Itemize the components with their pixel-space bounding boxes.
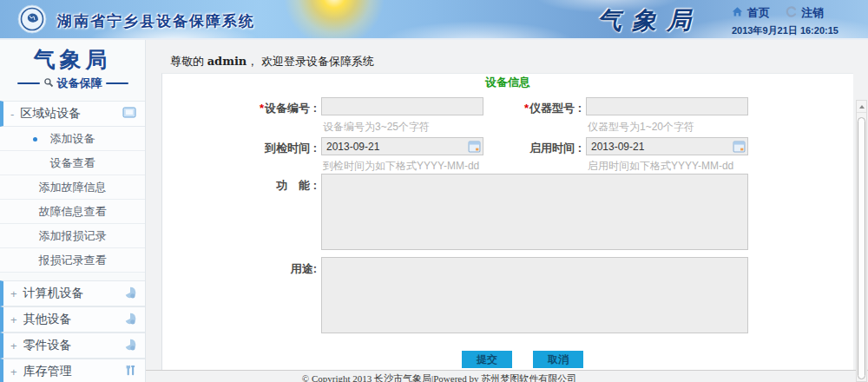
- enable-date-label: 启用时间 :: [469, 141, 582, 156]
- greeting: 尊敬的 admin， 欢迎登录设备保障系统: [170, 54, 374, 69]
- search-icon: [43, 77, 54, 90]
- logout-icon: [786, 6, 797, 20]
- pie-icon: [124, 313, 136, 327]
- cancel-button[interactable]: 取消: [533, 351, 583, 368]
- username: admin: [207, 55, 247, 68]
- vertical-scrollbar[interactable]: [856, 100, 867, 382]
- sidebar-item-add-device[interactable]: 添加设备: [0, 127, 145, 151]
- model-input[interactable]: [586, 97, 748, 115]
- home-icon: [732, 6, 743, 20]
- bureau-title: 气象局: [597, 4, 701, 37]
- sidebar-group-other[interactable]: + 其他设备: [0, 306, 145, 333]
- sidebar-item-add-fault[interactable]: 添加故障信息: [0, 175, 145, 200]
- sidebar-logo-title: 气象局: [0, 45, 145, 74]
- sidebar-group-computer[interactable]: + 计算机设备: [0, 280, 145, 306]
- sidebar-group-inventory[interactable]: + 库存管理: [0, 359, 145, 382]
- sidebar: 气象局 设备保障 - 区域站设备 添加设备 设备查看 添加故障信息 故障信息查看: [0, 40, 146, 382]
- enable-date-input[interactable]: [586, 137, 748, 155]
- tools-icon: [125, 365, 136, 379]
- device-no-hint: 设备编号为3~25个字符: [323, 120, 430, 135]
- sidebar-submenu: 添加设备 设备查看 添加故障信息 故障信息查看 添加报损记录 报损记录查看: [0, 127, 145, 273]
- usage-label: 用途:: [204, 261, 317, 277]
- page: 湖南省宁乡县设备保障系统 气象局 首页 注销 2013年9月21日 16:20:…: [0, 0, 868, 382]
- footer-divider: [146, 370, 868, 371]
- top-header: 湖南省宁乡县设备保障系统 气象局 首页 注销 2013年9月21日 16:20:…: [0, 0, 868, 40]
- sidebar-logo-subtitle: 设备保障: [0, 76, 145, 91]
- check-date-hint: 到检时间为如下格式YYYY-MM-dd: [323, 159, 479, 174]
- sidebar-item-view-damage[interactable]: 报损记录查看: [0, 248, 145, 273]
- function-label: 功 能 :: [204, 178, 317, 194]
- nav-home[interactable]: 首页: [747, 5, 770, 21]
- monitor-icon: [122, 107, 136, 121]
- model-hint: 仪器型号为1~20个字符: [588, 120, 694, 135]
- pie-icon: [124, 339, 136, 353]
- datetime: 2013年9月21日 16:20:15: [732, 24, 838, 37]
- submit-button[interactable]: 提交: [462, 351, 512, 368]
- sidebar-item-view-device[interactable]: 设备查看: [0, 151, 145, 175]
- calendar-icon[interactable]: [733, 140, 746, 153]
- brand: 湖南省宁乡县设备保障系统: [17, 4, 255, 37]
- usage-textarea[interactable]: [321, 257, 748, 333]
- pie-icon: [124, 286, 136, 301]
- device-no-label: *设备编号 :: [204, 101, 317, 116]
- scrollbar-up-arrow[interactable]: [857, 101, 866, 113]
- footer-copyright: © Copyright 2013 长沙市气象局|Powered by 苏州梦图软…: [161, 372, 717, 382]
- system-title: 湖南省宁乡县设备保障系统: [57, 11, 255, 31]
- device-info-panel: 设备信息 *设备编号 : *仪器型号 : 设备编号为3~25个字符 仪器型号为1…: [161, 73, 853, 370]
- enable-date-hint: 启用时间如下格式YYYY-MM-dd: [588, 159, 733, 174]
- sidebar-group-label: 区域站设备: [20, 106, 81, 122]
- sidebar-group-regional-station[interactable]: - 区域站设备: [0, 101, 145, 127]
- sidebar-item-view-fault[interactable]: 故障信息查看: [0, 200, 145, 224]
- function-textarea[interactable]: [321, 174, 748, 250]
- form-title: 设备信息: [162, 75, 853, 90]
- sidebar-item-add-damage[interactable]: 添加报损记录: [0, 224, 145, 248]
- device-no-input[interactable]: [321, 97, 483, 115]
- bureau-seal-icon: [17, 4, 47, 37]
- top-nav: 首页 注销 2013年9月21日 16:20:15: [732, 5, 838, 37]
- sidebar-logo: 气象局 设备保障: [0, 40, 145, 101]
- model-label: *仪器型号 :: [469, 101, 582, 116]
- check-date-input[interactable]: [321, 137, 483, 155]
- scrollbar-thumb[interactable]: [858, 117, 865, 379]
- sidebar-group-parts[interactable]: + 零件设备: [0, 333, 145, 359]
- check-date-label: 到检时间 :: [204, 141, 317, 156]
- sidebar-collapsed-groups: + 计算机设备 + 其他设备 + 零件设备 + 库存管理: [0, 280, 145, 382]
- nav-logout[interactable]: 注销: [801, 5, 824, 21]
